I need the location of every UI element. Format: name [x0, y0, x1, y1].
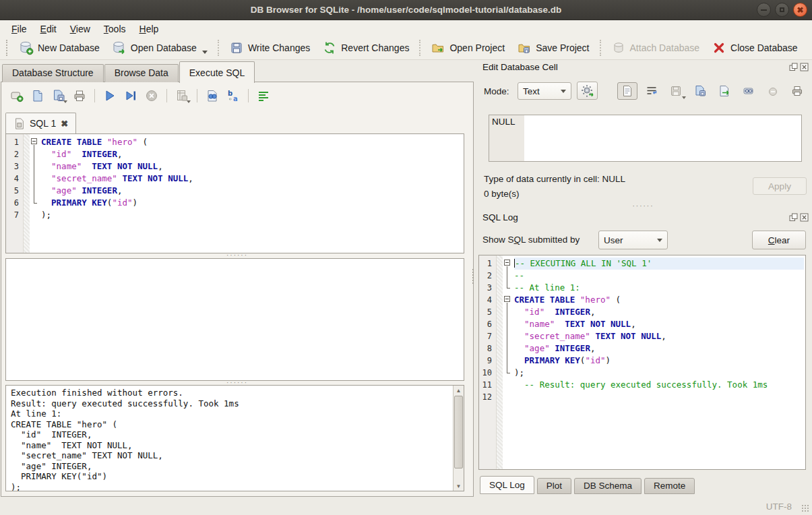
code-line: -- [514, 270, 804, 282]
save-sql-file-button[interactable] [50, 88, 67, 104]
export-cell-icon [718, 85, 730, 97]
code-line: CREATE TABLE "hero" ( [41, 136, 462, 148]
new-database-button[interactable]: New Database [13, 38, 106, 58]
remove-cell-icon [767, 85, 779, 97]
cell-editor[interactable]: NULL [489, 115, 802, 162]
fold-marker-column[interactable] [30, 134, 40, 253]
stop-button[interactable] [143, 88, 160, 104]
menu-edit[interactable]: Edit [34, 22, 63, 36]
execute-line-button[interactable] [122, 88, 139, 104]
code-area[interactable]: CREATE TABLE "hero" ( "id" INTEGER, "nam… [40, 134, 464, 253]
editor-results-splitter[interactable]: ······ [1, 253, 473, 258]
tab-execute-sql[interactable]: Execute SQL [179, 61, 255, 83]
execute-all-button[interactable] [101, 88, 119, 104]
save-results-button[interactable] [173, 88, 191, 104]
open-database-button[interactable]: Open Database [106, 38, 214, 58]
revert-changes-icon [322, 40, 337, 55]
maximize-icon[interactable] [775, 3, 789, 17]
menu-help[interactable]: Help [133, 22, 165, 36]
import-cell-button[interactable] [690, 82, 710, 100]
print-button[interactable] [71, 88, 88, 104]
sql-editor[interactable]: 1234567CREATE TABLE "hero" ( "id" INTEGE… [5, 133, 464, 253]
save-cell-button[interactable] [666, 82, 686, 100]
word-wrap-button[interactable] [642, 82, 662, 100]
tab-plot[interactable]: Plot [537, 478, 571, 494]
save-project-button[interactable]: Save Project [511, 38, 595, 58]
line-number-gutter: 1234567 [6, 134, 24, 253]
tab-sql-log[interactable]: SQL Log [480, 476, 534, 494]
sql1-tab-close-icon[interactable]: ✖ [61, 119, 68, 128]
attach-database-button[interactable]: Attach Database [605, 38, 706, 58]
open-sql-file-button[interactable] [29, 88, 46, 104]
text-mode-button[interactable] [617, 82, 637, 100]
menu-view[interactable]: View [64, 22, 96, 36]
new-tab-button[interactable] [8, 88, 26, 104]
import-cell-icon [694, 85, 706, 97]
code-line: PRIMARY KEY("id") [514, 355, 804, 367]
open-database-dropdown-caret[interactable] [202, 51, 208, 54]
fold-collapse-icon[interactable] [504, 260, 510, 266]
dock-float-icon[interactable] [789, 213, 798, 222]
execution-message-box: Execution finished without errors. Resul… [5, 385, 464, 491]
sql-document-icon [13, 117, 25, 130]
fold-marker-column[interactable] [503, 255, 513, 469]
toolbar-handle[interactable] [6, 40, 9, 56]
save-cell-dropdown-caret [682, 96, 686, 99]
mode-combobox[interactable]: Text [518, 82, 571, 100]
open-project-button[interactable]: Open Project [425, 38, 511, 58]
dock-vertical-splitter[interactable]: ······ [474, 204, 812, 209]
dock-close-icon[interactable] [800, 213, 809, 222]
scrollbar-thumb[interactable] [454, 396, 463, 468]
apply-button[interactable]: Apply [753, 177, 807, 195]
format-sql-button[interactable] [255, 88, 272, 104]
clear-log-button[interactable]: Clear [752, 231, 806, 249]
execute-line-icon [124, 89, 137, 102]
menu-tools[interactable]: Tools [98, 22, 132, 36]
dock-float-icon[interactable] [789, 63, 798, 71]
close-icon[interactable]: ✖ [793, 3, 807, 17]
sql-log-editor[interactable]: 123456789101112-- EXECUTING ALL IN 'SQL … [478, 255, 806, 470]
close-database-button[interactable]: Close Database [706, 38, 804, 58]
link-cell-button[interactable] [739, 82, 759, 100]
dock-close-icon[interactable] [800, 63, 809, 71]
log-filter-combobox[interactable]: User [598, 231, 668, 249]
toolbar-separator [218, 40, 219, 56]
results-table-view[interactable] [5, 258, 464, 381]
dock-splitter-handle[interactable] [472, 269, 474, 284]
minimize-icon[interactable] [757, 3, 771, 17]
mode-settings-button[interactable] [577, 82, 598, 100]
find-button[interactable] [204, 88, 221, 104]
code-line: -- EXECUTING ALL IN 'SQL 1' [514, 258, 804, 270]
message-scrollbar[interactable]: ▲ ▼ [453, 386, 464, 491]
find-replace-button[interactable]: b a [224, 88, 242, 104]
resize-grip[interactable] [801, 504, 810, 513]
code-line: "age" INTEGER, [514, 342, 804, 355]
menu-file[interactable]: File [5, 22, 33, 36]
remove-cell-button[interactable] [763, 82, 783, 100]
sql-toolbar-separator [248, 89, 249, 102]
write-changes-button[interactable]: Write Changes [223, 38, 316, 58]
main-tab-bar: Database Structure Browse Data Execute S… [2, 60, 255, 82]
save-sql-dropdown-caret [63, 100, 67, 103]
print-cell-button[interactable] [787, 82, 807, 100]
encoding-indicator[interactable]: UTF-8 [766, 502, 792, 512]
stop-icon [145, 89, 158, 102]
export-cell-button[interactable] [714, 82, 735, 100]
tab-browse-data[interactable]: Browse Data [104, 64, 179, 82]
code-line: "id" INTEGER, [514, 306, 804, 318]
scroll-down-icon[interactable]: ▼ [454, 481, 464, 491]
tab-database-structure[interactable]: Database Structure [2, 64, 104, 82]
fold-collapse-icon[interactable] [504, 296, 510, 302]
code-area[interactable]: -- EXECUTING ALL IN 'SQL 1'---- At line … [513, 255, 805, 469]
tab-db-schema[interactable]: DB Schema [574, 478, 642, 494]
database-attach-icon [611, 40, 626, 55]
edit-cell-dock-title: Edit Database Cell [482, 62, 558, 72]
cell-editor-blank [524, 115, 801, 161]
scroll-up-icon[interactable]: ▲ [454, 386, 464, 395]
cell-type-info: Type of data currently in cell: NULL [484, 174, 625, 184]
sql1-editor-tab[interactable]: SQL 1 ✖ [5, 113, 76, 133]
tab-remote[interactable]: Remote [644, 478, 695, 494]
fold-collapse-icon[interactable] [31, 138, 37, 144]
log-filter-label: Show SQL submitted by [482, 235, 580, 245]
revert-changes-button[interactable]: Revert Changes [316, 38, 415, 58]
